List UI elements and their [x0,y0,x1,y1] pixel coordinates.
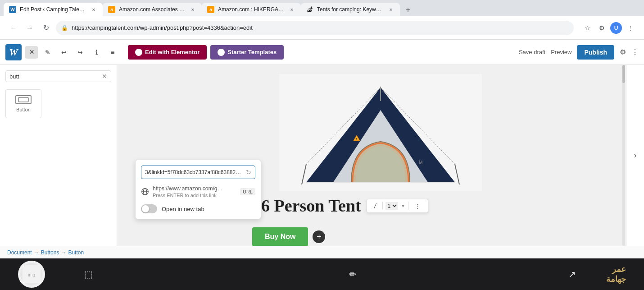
close-editor-button[interactable]: ✕ [25,46,38,59]
more-button[interactable]: ⋮ [624,22,637,34]
tab-title-2: Amazon.com Associates Central [119,6,186,13]
chevron-right-icon[interactable]: › [634,151,637,160]
cursor-tool-icon[interactable]: ✏ [349,269,357,280]
new-tab-button[interactable]: + [402,4,414,16]
browser-window: W Edit Post ‹ Camping Talent — W… ✕ a Am… [0,0,644,290]
starter-templates-label: Starter Templates [227,49,277,55]
heading-text: 6 Person Tent [261,196,361,216]
button-widget[interactable]: Button [5,89,41,118]
tab-favicon-1: W [9,6,16,13]
menu-button[interactable]: ≡ [106,46,119,59]
search-clear-icon[interactable]: ✕ [102,73,107,80]
starter-templates-button[interactable]: Starter Templates [210,45,284,60]
breadcrumb-bar: Document → Buttons → Button [0,246,644,258]
tab-close-4[interactable]: ✕ [387,6,395,13]
settings-icon[interactable]: ⚙ [620,48,626,56]
back-button[interactable]: ← [7,22,20,34]
bottom-icons: ⬚ ✏ ↗ [54,269,606,280]
info-button[interactable]: ℹ [90,46,103,59]
breadcrumb-document[interactable]: Document [7,249,32,256]
text-toolbar: / 1 2 3 ▼ ⋮ [367,199,428,213]
wp-admin-bar: W ✕ ✎ ↩ ↪ ℹ ≡ Edit with Elementor Starte… [0,40,644,65]
address-bar: ← → ↻ 🔒 https://campingtalent.com/wp-adm… [0,16,644,40]
toolbar-right: Save draft Preview Publish ⚙ ⋮ [519,45,639,60]
tab-close-1[interactable]: ✕ [90,6,97,13]
save-draft-button[interactable]: Save draft [519,49,545,55]
sidebar: ✕ Button [0,65,117,246]
wp-logo[interactable]: W [5,44,22,60]
heading-area: 6 Person Tent / 1 2 3 ▼ ⋮ [261,196,428,216]
toolbar-separator-2 [408,202,408,210]
link-hint: Press ENTER to add this link [153,193,236,198]
link-input-row[interactable]: 3&linkId=5f78dc63cb7337af88c6388294e69b1… [141,166,255,179]
svg-text:img: img [28,272,35,277]
tab-title-3: Amazon.com : HIKERGARDEN 2… [218,6,285,13]
link-suggestion[interactable]: https://www.amazon.com/g… Press ENTER to… [141,184,255,200]
right-panel-toggle[interactable]: › [626,65,644,246]
scrollbar-thumb[interactable] [622,65,625,83]
bottom-avatar: img [18,261,45,288]
reload-button[interactable]: ↻ [40,22,52,34]
redo-button[interactable]: ↪ [74,46,86,59]
search-box[interactable]: ✕ [5,70,111,82]
address-icons: ☆ ⚙ U ⋮ [581,22,637,34]
extensions-icon[interactable]: ⚙ [595,22,608,34]
link-refresh-icon[interactable]: ↻ [246,169,251,176]
tab-favicon-2: a [108,6,115,13]
tab-2[interactable]: a Amazon.com Associates Central ✕ [103,3,202,16]
url-bar[interactable]: 🔒 https://campingtalent.com/wp-admin/pos… [56,21,574,35]
open-new-tab-toggle[interactable] [141,204,157,213]
more-options-button[interactable]: ⋮ [411,202,424,210]
elementor-circle-icon [135,49,142,56]
bookmark-icon[interactable]: ☆ [581,22,594,34]
share-icon[interactable]: ↗ [568,269,576,280]
edit-with-elementor-label: Edit with Elementor [145,49,200,55]
avatar: U [610,22,622,34]
tab-title-1: Edit Post ‹ Camping Talent — W… [20,6,86,13]
tab-favicon-4: 🏕 [306,6,313,13]
link-url-text: https://www.amazon.com/g… [153,185,236,192]
svg-text:!: ! [356,137,357,141]
publish-button[interactable]: Publish [577,45,614,60]
tab-4[interactable]: 🏕 Tents for camping: Keyword Ma… ✕ [301,3,400,16]
breadcrumb-arrow-2: → [61,249,66,256]
scrollbar[interactable] [622,65,625,246]
tab-title-4: Tents for camping: Keyword Ma… [317,6,384,13]
button-widget-label: Button [16,107,31,112]
tab-close-2[interactable]: ✕ [189,6,196,13]
vertical-dots-icon[interactable]: ⋮ [631,48,639,56]
tab-3[interactable]: a Amazon.com : HIKERGARDEN 2… ✕ [202,3,301,16]
italic-button[interactable]: / [371,201,380,211]
url-text: https://campingtalent.com/wp-admin/post.… [72,24,568,31]
edit-pencil-button[interactable]: ✎ [41,46,54,59]
toggle-label: Open in new tab [162,206,204,212]
arabic-text: عمرجهامة [606,264,626,284]
preview-button[interactable]: Preview [551,49,571,55]
profile-button[interactable]: U [610,22,622,34]
buy-button-area: Buy Now + [252,227,325,246]
add-block-button[interactable]: + [313,230,325,243]
toolbar-separator [382,202,383,210]
link-popup: 3&linkId=5f78dc63cb7337af88c6388294e69b1… [135,160,261,219]
breadcrumb-arrow-1: → [34,249,39,256]
link-input[interactable]: 3&linkId=5f78dc63cb7337af88c6388294e69b1… [145,169,243,175]
breadcrumb-button[interactable]: Button [68,249,84,256]
forward-button[interactable]: → [23,22,36,34]
toggle-knob [142,205,149,212]
fullscreen-icon[interactable]: ⬚ [84,269,93,280]
starter-icon [218,49,225,56]
main-area: ✕ Button [0,65,644,246]
tab-bar: W Edit Post ‹ Camping Talent — W… ✕ a Am… [0,0,644,16]
breadcrumb-buttons[interactable]: Buttons [41,249,59,256]
tab-1[interactable]: W Edit Post ‹ Camping Talent — W… ✕ [4,3,103,16]
search-input[interactable] [9,73,102,80]
arabic-name: عمرجهامة [606,264,626,284]
undo-button[interactable]: ↩ [58,46,70,59]
tab-close-3[interactable]: ✕ [288,6,295,13]
edit-with-elementor-button[interactable]: Edit with Elementor [128,45,207,60]
button-widget-icon [15,95,32,104]
tab-favicon-3: a [207,6,214,13]
heading-level-select[interactable]: 1 2 3 [385,202,398,210]
toggle-row: Open in new tab [141,204,255,213]
buy-now-button[interactable]: Buy Now [252,227,308,246]
